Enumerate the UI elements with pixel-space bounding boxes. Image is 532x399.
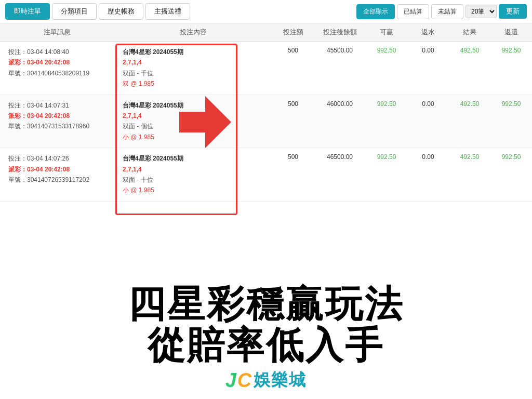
main-title-line2: 從賠率低入手 bbox=[148, 325, 384, 366]
bottom-overlay: 四星彩穩贏玩法 從賠率低入手 JC 娛樂城 bbox=[0, 273, 532, 399]
bet-info-0: 投注：03-04 14:08:40 派彩：03-04 20:42:08 單號：3… bbox=[0, 47, 114, 78]
filter-settled[interactable]: 已結算 bbox=[397, 4, 429, 19]
result-0: 492.50 bbox=[449, 47, 490, 54]
rebate-1: 0.00 bbox=[407, 100, 449, 108]
result-1: 492.50 bbox=[449, 100, 490, 108]
balance-1: 46000.00 bbox=[314, 100, 366, 108]
col-bet-content: 投注內容 bbox=[114, 28, 272, 37]
table-row: 投注：03-04 14:08:40 派彩：03-04 20:42:08 單號：3… bbox=[0, 42, 532, 95]
tab-gift[interactable]: 主播送禮 bbox=[145, 3, 190, 20]
page-size-select[interactable]: 20筆 50筆 bbox=[466, 5, 497, 18]
table-header: 注單訊息 投注內容 投注額 投注後餘額 可贏 返水 結果 返還 bbox=[0, 23, 532, 42]
brand-line: JC 娛樂城 bbox=[225, 369, 307, 392]
col-rebate: 返水 bbox=[407, 28, 449, 37]
col-bet-info: 注單訊息 bbox=[0, 28, 114, 37]
refresh-button[interactable]: 更新 bbox=[499, 4, 527, 19]
brand-c-letter: C bbox=[237, 369, 252, 391]
amount-2: 500 bbox=[272, 153, 314, 161]
result-2: 492.50 bbox=[449, 153, 490, 161]
table-body: 投注：03-04 14:08:40 派彩：03-04 20:42:08 單號：3… bbox=[0, 42, 532, 202]
top-nav: 即時注單 分類項目 歷史帳務 主播送禮 全部顯示 已結算 未結算 20筆 50筆… bbox=[0, 0, 532, 23]
amount-0: 500 bbox=[272, 47, 314, 54]
bet-content-1: 台灣4星彩 2024055期 2,7,1,4 双面 - 個位 小 @ 1.985 bbox=[114, 100, 272, 143]
table-row: 投注：03-04 14:07:31 派彩：03-04 20:42:08 單號：3… bbox=[0, 95, 532, 149]
bet-info-1: 投注：03-04 14:07:31 派彩：03-04 20:42:08 單號：3… bbox=[0, 100, 114, 132]
brand-name: 娛樂城 bbox=[254, 369, 307, 392]
filter-all[interactable]: 全部顯示 bbox=[356, 4, 395, 19]
col-win: 可贏 bbox=[366, 28, 407, 37]
win-1: 992.50 bbox=[366, 100, 407, 108]
col-amount: 投注額 bbox=[272, 28, 314, 37]
win-2: 992.50 bbox=[366, 153, 407, 161]
col-result: 結果 bbox=[449, 28, 490, 37]
rebate-2: 0.00 bbox=[407, 153, 449, 161]
tab-history[interactable]: 歷史帳務 bbox=[99, 3, 143, 20]
tab-instant[interactable]: 即時注單 bbox=[5, 3, 50, 20]
win-0: 992.50 bbox=[366, 47, 407, 54]
returns-0: 992.50 bbox=[490, 47, 532, 54]
main-title-line1: 四星彩穩贏玩法 bbox=[128, 284, 404, 325]
bet-content-0: 台灣4星彩 2024055期 2,7,1,4 双面 - 千位 双 @ 1.985 bbox=[114, 47, 272, 89]
table-row: 投注：03-04 14:07:26 派彩：03-04 20:42:08 單號：3… bbox=[0, 148, 532, 202]
brand-jc: JC bbox=[225, 369, 253, 392]
nav-right-filters: 全部顯示 已結算 未結算 20筆 50筆 更新 bbox=[356, 4, 527, 19]
brand-j-letter: J bbox=[225, 369, 237, 391]
bet-content-2: 台灣4星彩 2024055期 2,7,1,4 双面 - 十位 小 @ 1.985 bbox=[114, 153, 272, 196]
col-balance: 投注後餘額 bbox=[314, 28, 366, 37]
col-returns: 返還 bbox=[490, 28, 532, 37]
returns-1: 992.50 bbox=[490, 100, 532, 108]
balance-0: 45500.00 bbox=[314, 47, 366, 54]
filter-unsettled[interactable]: 未結算 bbox=[431, 4, 463, 19]
balance-2: 46500.00 bbox=[314, 153, 366, 161]
rebate-0: 0.00 bbox=[407, 47, 449, 54]
bet-info-2: 投注：03-04 14:07:26 派彩：03-04 20:42:08 單號：3… bbox=[0, 153, 114, 185]
returns-2: 992.50 bbox=[490, 153, 532, 161]
tab-category[interactable]: 分類項目 bbox=[52, 3, 97, 20]
amount-1: 500 bbox=[272, 100, 314, 108]
